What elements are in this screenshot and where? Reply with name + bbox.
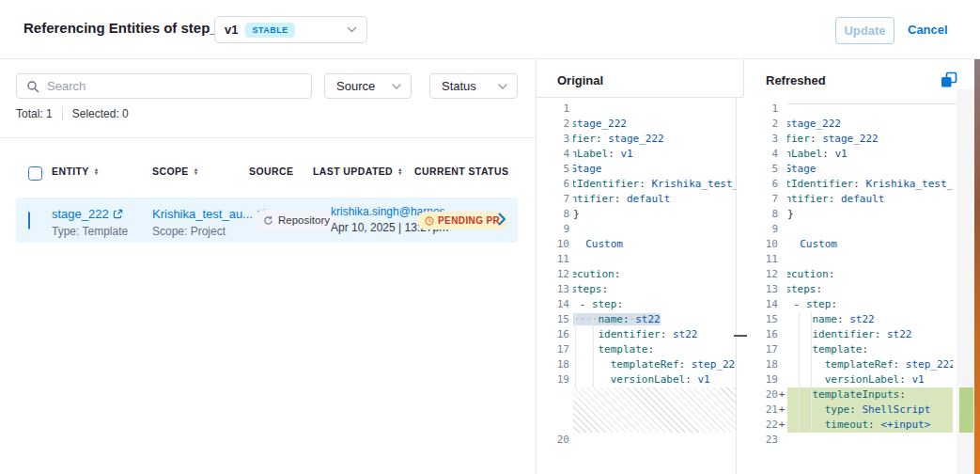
code-line: 12ecution: <box>752 267 953 282</box>
code-line: 13steps: <box>548 282 736 297</box>
total-count: Total: 1 <box>16 107 53 120</box>
indent-guide <box>811 312 812 433</box>
code-line: 18 templateRef: step_222 <box>752 357 953 372</box>
code-line: 14 - step: <box>752 297 953 312</box>
divider <box>0 137 536 138</box>
external-link-icon <box>113 209 123 219</box>
code-line: 19 versionLabel: v1 <box>752 372 953 387</box>
version-label: v1 <box>225 23 238 37</box>
code-line: 12ecution: <box>548 267 736 282</box>
divider <box>62 106 63 120</box>
entity-name: stage_222 <box>52 207 109 221</box>
panel-divider <box>536 59 537 474</box>
refreshed-code-editor[interactable]: 12stage_2223fier: stage_2224nLabel: v15S… <box>752 102 953 468</box>
indent-guide <box>593 312 594 387</box>
clock-icon <box>425 216 434 226</box>
row-checkbox[interactable] <box>28 212 30 229</box>
column-current-status: CURRENT STATUS <box>414 166 508 177</box>
page-title: Referencing Entities of step_222 <box>23 20 241 36</box>
code-line: 5Stage <box>752 162 953 177</box>
edge-gradient-bar <box>974 59 980 474</box>
code-line: 4nLabel: v1 <box>548 147 736 162</box>
column-source: SOURCE <box>249 166 293 177</box>
status-filter-label: Status <box>442 79 476 93</box>
search-icon <box>26 80 39 93</box>
search-placeholder: Search <box>47 79 86 93</box>
stable-badge: STABLE <box>245 23 294 38</box>
source-filter-dropdown[interactable]: Source <box>324 73 412 99</box>
chevron-down-icon <box>498 84 507 89</box>
divider <box>743 59 744 97</box>
cancel-button[interactable]: Cancel <box>908 17 948 42</box>
entity-type: Type: Template <box>52 225 128 238</box>
code-line: 16 identifier: st22 <box>752 327 953 342</box>
code-line: 3fier: stage_222 <box>548 132 736 147</box>
diff-placeholder-region <box>573 387 736 433</box>
repository-icon <box>263 215 273 226</box>
code-line: 13steps: <box>752 282 953 297</box>
code-line: 11 <box>752 252 953 267</box>
code-line: 18 templateRef: step_222 <box>548 357 736 372</box>
code-line: 9 <box>752 222 953 237</box>
status-filter-dropdown[interactable]: Status <box>429 73 518 99</box>
diff-sash-handle[interactable] <box>734 335 747 337</box>
column-scope[interactable]: SCOPE <box>152 166 189 177</box>
source-label: Repository <box>278 214 330 226</box>
code-line: 4nLabel: v1 <box>752 147 953 162</box>
code-line: 19 versionLabel: v1 <box>548 372 736 387</box>
version-select[interactable]: v1 STABLE <box>214 16 367 43</box>
indent-guide <box>575 312 576 387</box>
entity-link[interactable]: stage_222 <box>52 207 123 221</box>
select-all-checkbox[interactable] <box>28 166 42 181</box>
code-line: 22+ timeout: <+input> <box>752 418 953 433</box>
code-line: 8} <box>548 207 736 222</box>
code-line: 15····name:·st22 <box>548 312 736 327</box>
code-line: 5Stage <box>548 162 736 177</box>
diff-pane-divider[interactable] <box>736 97 737 474</box>
code-line: 14 - step: <box>548 297 736 312</box>
original-code-editor[interactable]: 12stage_2223fier: stage_2224nLabel: v15S… <box>548 102 736 468</box>
code-line: 20 <box>548 433 736 448</box>
code-line: 20+ templateInputs: <box>752 387 953 403</box>
code-line: 15 name: st22 <box>752 312 953 327</box>
code-line: 1 <box>752 102 953 117</box>
code-line: 10 Custom <box>548 237 736 252</box>
code-line: 16 identifier: st22 <box>548 327 736 342</box>
chevron-down-icon <box>347 26 357 33</box>
scope-link[interactable]: Krishika_test_au... <box>152 207 267 221</box>
referencing-entities-dialog: Referencing Entities of step_222 v1 STAB… <box>0 0 980 474</box>
search-input[interactable]: Search <box>16 73 312 99</box>
column-entity[interactable]: ENTITY <box>52 166 89 177</box>
code-line: 10 Custom <box>752 237 953 252</box>
code-line: 17 template: <box>548 342 736 357</box>
source-filter-label: Source <box>336 79 375 93</box>
divider <box>536 97 743 98</box>
header-divider <box>0 58 980 59</box>
code-line: 21+ type: ShellScript <box>752 403 953 418</box>
sort-icon[interactable]: ▲▼ <box>194 167 199 176</box>
sort-icon[interactable]: ▲▼ <box>94 167 100 176</box>
table-row[interactable]: stage_222 Type: Template Krishika_test_a… <box>16 198 518 243</box>
code-line: 3fier: stage_222 <box>752 132 953 147</box>
sort-icon[interactable]: ▲▼ <box>397 167 403 176</box>
code-line: 8} <box>752 207 953 222</box>
code-line: 2stage_222 <box>752 117 953 132</box>
indent-guide <box>799 312 800 433</box>
code-line: 17 template: <box>752 342 953 357</box>
chevron-down-icon <box>392 84 401 89</box>
status-badge: PENDING PR <box>417 212 507 229</box>
update-button[interactable]: Update <box>835 17 894 44</box>
code-line: 1 <box>548 102 736 117</box>
status-label: PENDING PR <box>438 215 500 226</box>
code-line: 6tIdentifier: Krishika_test_aut <box>752 177 953 192</box>
code-line: 9 <box>548 222 736 237</box>
copy-icon[interactable] <box>941 71 957 88</box>
code-line: 6tIdentifier: Krishika_test_aut <box>548 177 736 192</box>
column-last-updated[interactable]: LAST UPDATED <box>313 166 393 177</box>
overview-ruler-added-marker <box>959 387 973 433</box>
table-header: ENTITY ▲▼ SCOPE ▲▼ SOURCE LAST UPDATED ▲… <box>0 166 534 182</box>
code-line: 23 <box>752 433 953 448</box>
scope-name: Krishika_test_au... <box>152 207 253 221</box>
chevron-right-icon[interactable] <box>498 213 506 226</box>
selected-count: Selected: 0 <box>72 107 129 120</box>
